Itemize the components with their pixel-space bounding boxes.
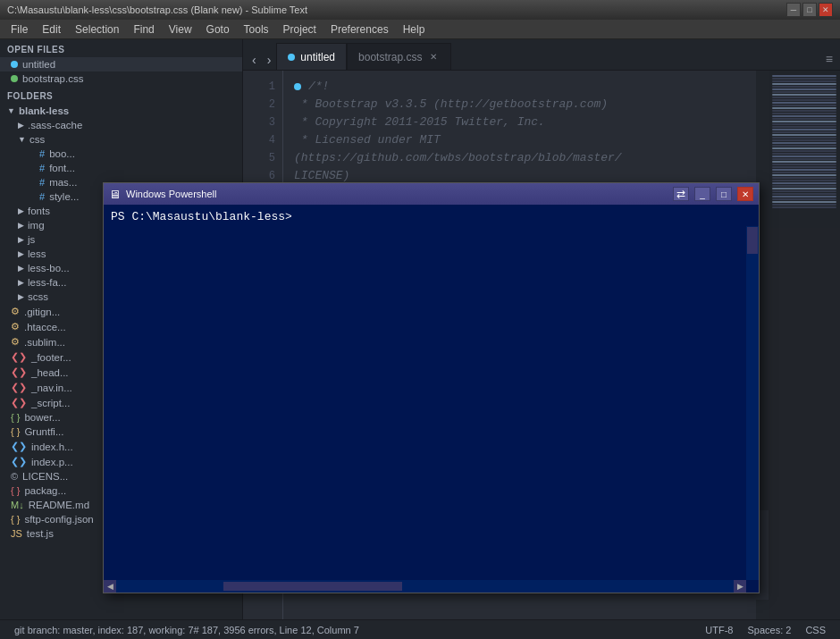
tab-untitled[interactable]: untitled [276, 43, 347, 70]
file-icon-package: { } [11, 485, 20, 496]
hash-icon-3: # [39, 177, 45, 188]
minimap-line-21 [772, 129, 836, 130]
close-button[interactable]: ✕ [819, 3, 833, 17]
file-icon-indexp: ❮❯ [11, 456, 27, 467]
minimap-line-9 [772, 97, 836, 98]
ps-hscroll-right[interactable]: ▶ [734, 580, 746, 593]
code-line-3: * Copyright 2011-2015 Twitter, Inc. [294, 114, 756, 131]
maximize-button[interactable]: □ [802, 3, 817, 17]
minimap-line-26 [772, 142, 836, 144]
status-spaces[interactable]: Spaces: 2 [740, 625, 798, 635]
code-line-2: * Bootstrap v3.3.5 (http://getbootstrap.… [294, 96, 756, 114]
minimap-line-24 [772, 137, 836, 139]
arrow-right-icon-scss: ▶ [18, 292, 24, 301]
minimap-line-3 [772, 80, 836, 82]
minimap-line-1 [772, 75, 836, 77]
menu-find[interactable]: Find [126, 21, 161, 38]
menu-project[interactable]: Project [276, 21, 323, 38]
sidebar-file-mas-label: mas... [49, 177, 77, 188]
ps-hscroll-left[interactable]: ◀ [104, 580, 116, 593]
ps-swap-button[interactable]: ⇄ [673, 187, 689, 201]
ps-vertical-scrollbar[interactable] [746, 226, 759, 580]
folder-fonts-label: fonts [28, 206, 50, 216]
arrow-right-icon-lessfa: ▶ [18, 278, 24, 287]
sidebar-file-readme-label: README.md [29, 500, 89, 510]
code-text-4: * Licensed under MIT (https://github.com… [294, 131, 756, 167]
menu-help[interactable]: Help [396, 21, 433, 38]
file-icon-indexh: ❮❯ [11, 441, 27, 452]
tab-bar: ‹ › untitled bootstrap.css ✕ ≡ [243, 39, 840, 71]
tab-nav-back[interactable]: ‹ [247, 50, 262, 70]
minimap-line-18 [772, 121, 836, 122]
folder-js-label: js [28, 234, 35, 245]
minimize-button[interactable]: ─ [786, 3, 801, 17]
minimap-line-11 [772, 102, 836, 104]
sidebar-file-font-label: font... [49, 163, 75, 173]
arrow-down-icon-css: ▼ [18, 135, 26, 144]
minimap-line-17 [772, 118, 836, 120]
sidebar-file-scripts-label: _script... [31, 398, 70, 408]
tab-bootstrap-close[interactable]: ✕ [427, 51, 440, 63]
minimap-line-20 [772, 126, 836, 128]
tab-untitled-label: untitled [300, 51, 335, 63]
title-bar: C:\Masaustu\blank-less\css\bootstrap.css… [0, 0, 840, 20]
sidebar-file-style-label: style... [49, 191, 79, 202]
menu-view[interactable]: View [162, 21, 199, 38]
tab-bootstrap[interactable]: bootstrap.css ✕ [347, 43, 451, 70]
ps-content-area[interactable]: PS C:\Masaustu\blank-less> [104, 205, 759, 593]
tab-nav-forward[interactable]: › [262, 50, 277, 70]
minimap-line-10 [772, 99, 836, 101]
menu-selection[interactable]: Selection [68, 21, 126, 38]
hash-icon-1: # [39, 148, 45, 159]
ps-close-button[interactable]: ✕ [737, 187, 753, 201]
menu-file[interactable]: File [4, 21, 35, 38]
menu-tools[interactable]: Tools [237, 21, 276, 38]
ps-title-icon: 🖥 [109, 188, 121, 201]
ps-vscroll-thumb [747, 227, 758, 254]
folder-img-label: img [28, 220, 45, 231]
ps-maximize-button[interactable]: □ [716, 187, 732, 201]
sidebar-item-bootstrap[interactable]: bootstrap.css [0, 71, 242, 86]
ps-prompt: PS C:\Masaustu\blank-less> [111, 210, 292, 223]
ps-body: PS C:\Masaustu\blank-less> [104, 205, 759, 593]
line-marker-1 [294, 83, 301, 90]
menu-edit[interactable]: Edit [35, 21, 68, 38]
folder-blank-less[interactable]: ▼ blank-less [0, 104, 242, 118]
file-icon-readme: M↓ [11, 500, 24, 510]
sidebar-file-font[interactable]: # font... [0, 161, 242, 175]
minimap-line-4 [772, 83, 836, 85]
folder-sass-cache[interactable]: ▶ .sass-cache [0, 118, 242, 132]
tab-menu-icon[interactable]: ≡ [819, 48, 840, 70]
sidebar-item-untitled[interactable]: untitled [0, 57, 242, 71]
menu-preferences[interactable]: Preferences [323, 21, 396, 38]
line-num-5: 5 [243, 149, 275, 167]
folder-css[interactable]: ▼ css [0, 132, 242, 147]
ps-horizontal-scrollbar[interactable]: ◀ ▶ [104, 580, 746, 593]
code-line-4: * Licensed under MIT (https://github.com… [294, 131, 756, 167]
file-icon-head: ❮❯ [11, 366, 27, 378]
line-num-4: 4 [243, 131, 275, 149]
status-syntax[interactable]: CSS [798, 625, 833, 635]
minimap-line-44 [772, 190, 836, 192]
minimap-content [769, 71, 840, 213]
ps-minimize-button[interactable]: _ [694, 187, 710, 201]
menu-goto[interactable]: Goto [199, 21, 237, 38]
minimap-line-34 [772, 164, 836, 165]
line-num-3: 3 [243, 114, 275, 131]
open-files-label: OPEN FILES [0, 39, 242, 57]
arrow-right-icon-img: ▶ [18, 221, 24, 230]
minimap-line-37 [772, 172, 836, 173]
minimap-line-50 [772, 206, 836, 208]
folder-less-label: less [28, 248, 46, 259]
menu-bar: File Edit Selection Find View Goto Tools… [0, 20, 840, 39]
minimap-line-13 [772, 107, 836, 109]
minimap-line-8 [772, 94, 836, 96]
minimap [769, 71, 840, 619]
minimap-line-25 [772, 139, 836, 141]
minimap-line-6 [772, 88, 836, 90]
minimap-line-5 [772, 86, 836, 88]
status-encoding[interactable]: UTF-8 [698, 625, 740, 635]
ps-title-bar: 🖥 Windows Powershell ⇄ _ □ ✕ [104, 183, 759, 205]
sidebar-file-boo[interactable]: # boo... [0, 147, 242, 161]
hash-icon-4: # [39, 191, 45, 202]
